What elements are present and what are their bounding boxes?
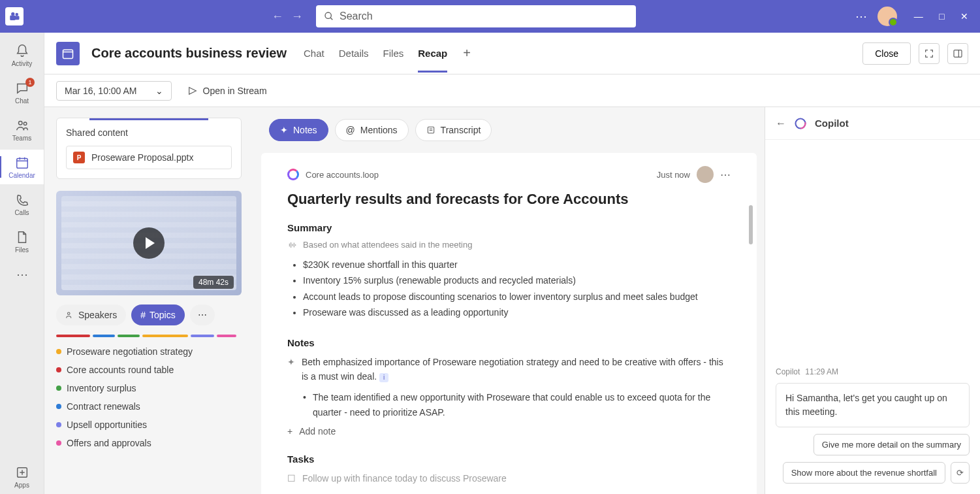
timeline-segment[interactable] [118,335,140,337]
copilot-message: Hi Samantha, let's get you caught up on … [776,383,970,427]
more-icon: ⋯ [198,310,207,320]
window-minimize-icon[interactable]: — [908,7,930,25]
more-icon: ⋯ [14,267,30,282]
notes-timestamp: Just now [657,170,690,180]
waveform-icon [287,240,298,250]
topic-timeline [56,335,242,337]
tab-chat[interactable]: Chat [304,35,324,73]
tab-details[interactable]: Details [339,35,369,73]
topic-item[interactable]: Upsell opportunities [56,420,242,430]
notes-more-icon[interactable]: ⋯ [720,169,731,181]
transcript-tab[interactable]: Transcript [415,119,492,141]
more-pill[interactable]: ⋯ [190,305,215,325]
info-badge-icon[interactable]: i [379,373,388,382]
settings-more-icon[interactable]: ⋯ [855,9,867,24]
notes-heading: Notes [287,337,731,348]
topic-item[interactable]: Inventory surplus [56,383,242,393]
plus-icon: + [287,426,292,436]
timeline-segment[interactable] [142,335,188,337]
shared-file-chip[interactable]: P Proseware Proposal.pptx [66,146,232,169]
copilot-suggestion-1[interactable]: Give me more detail on the summary [814,434,970,455]
topic-item[interactable]: Proseware negotiation strategy [56,346,242,357]
meeting-instance-dropdown[interactable]: Mar 16, 10:00 AM ⌄ [56,81,172,101]
checkbox-icon[interactable]: ☐ [287,471,296,486]
topic-label: Offers and approvals [67,438,151,448]
sparkle-icon: ✦ [280,125,288,135]
add-tab-button[interactable]: + [459,46,475,61]
timeline-segment[interactable] [217,335,236,337]
user-avatar[interactable] [877,7,897,26]
tab-recap[interactable]: Recap [418,35,447,73]
loop-icon [287,169,299,180]
summary-subtitle: Based on what attendees said in the meet… [303,240,472,250]
copilot-back-icon[interactable]: ← [776,118,786,129]
copilot-refresh-button[interactable]: ⟳ [951,462,970,484]
topics-pill[interactable]: # Topics [131,305,184,325]
summary-item: $230K revenue shortfall in this quarter [303,257,731,272]
close-button[interactable]: Close [862,42,911,65]
meeting-title: Core accounts business review [91,46,287,61]
notes-tab[interactable]: ✦ Notes [269,119,328,141]
summary-item: Proseware was discussed as a leading opp… [303,305,731,320]
rail-teams[interactable]: Teams [0,112,44,147]
rail-chat[interactable]: 1 Chat [0,75,44,110]
powerpoint-icon: P [73,152,85,163]
search-input[interactable]: Search [316,5,636,27]
rail-calls[interactable]: Calls [0,187,44,222]
topic-label: Core accounts round table [67,365,174,375]
file-icon [14,229,30,245]
copilot-title: Copilot [815,118,849,129]
calendar-icon [14,155,30,171]
topic-item[interactable]: Offers and approvals [56,438,242,448]
topic-label: Inventory surplus [67,383,136,393]
topic-dot-icon [56,440,61,446]
svg-rect-8 [16,159,27,169]
topic-item[interactable]: Contract renewals [56,401,242,412]
scrollbar[interactable] [749,205,753,244]
timeline-segment[interactable] [93,335,115,337]
ai-sparkle-icon: ✦ [287,355,295,384]
window-close-icon[interactable]: ✕ [954,7,975,25]
people-icon [14,118,30,133]
copilot-suggestion-2[interactable]: Show more about the revenue shortfall [783,462,945,484]
topic-item[interactable]: Core accounts round table [56,365,242,375]
rail-files[interactable]: Files [0,224,44,259]
svg-rect-17 [954,50,962,57]
recap-main: ✦ Notes @ Mentions Transcript [253,107,765,494]
rail-apps[interactable]: Apps [0,459,44,494]
rail-calendar[interactable]: Calendar [0,150,44,184]
nav-back-icon[interactable]: ← [272,10,283,24]
svg-point-19 [68,312,71,315]
topic-dot-icon [56,367,61,372]
refresh-icon: ⟳ [956,468,964,478]
open-in-stream-link[interactable]: Open in Stream [187,86,267,96]
recording-thumbnail[interactable]: 48m 42s [56,191,242,295]
hash-icon: # [140,310,146,320]
notes-card: Core accounts.loop Just now ⋯ Quarterly … [261,153,757,494]
apps-icon [14,465,30,480]
mentions-tab[interactable]: @ Mentions [335,119,409,141]
note-item: • The team identified a new opportunity … [287,390,731,420]
loop-source[interactable]: Core accounts.loop [306,170,379,180]
timeline-segment[interactable] [191,335,214,337]
tasks-heading: Tasks [287,453,731,465]
chat-badge: 1 [25,78,35,87]
expand-icon[interactable] [919,43,940,64]
topic-list: Proseware negotiation strategyCore accou… [56,346,242,448]
rail-activity[interactable]: Activity [0,38,44,73]
recording-duration: 48m 42s [193,276,234,289]
task-item[interactable]: ☐ Follow up with finance today to discus… [287,471,731,486]
panel-toggle-icon[interactable] [947,43,968,64]
author-avatar[interactable] [697,166,714,183]
rail-more[interactable]: ⋯ [0,261,44,288]
svg-point-1 [11,12,14,16]
speakers-pill[interactable]: Speakers [56,305,126,325]
app-rail: Activity 1 Chat Teams Calendar Calls Fil… [0,33,44,494]
topic-label: Upsell opportunities [67,420,147,430]
tab-files[interactable]: Files [383,35,404,73]
copilot-icon [794,117,807,130]
nav-forward-icon[interactable]: → [291,10,303,24]
window-maximize-icon[interactable]: □ [932,7,951,25]
add-note-button[interactable]: + Add note [287,426,731,436]
timeline-segment[interactable] [56,335,90,337]
